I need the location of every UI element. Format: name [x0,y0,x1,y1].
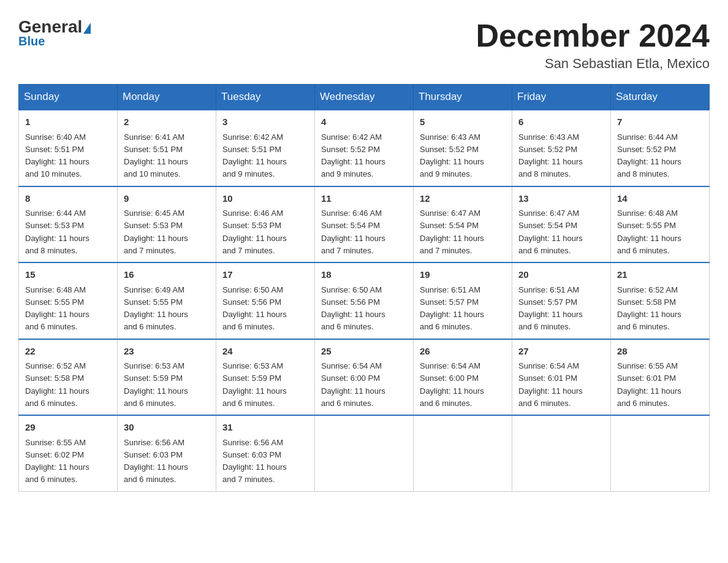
day-number: 4 [321,115,407,129]
day-number: 20 [518,268,604,282]
calendar-week-row: 8 Sunrise: 6:44 AMSunset: 5:53 PMDayligh… [19,186,710,263]
day-number: 6 [518,115,604,129]
day-info: Sunrise: 6:50 AMSunset: 5:56 PMDaylight:… [222,285,287,332]
day-info: Sunrise: 6:50 AMSunset: 5:56 PMDaylight:… [321,285,385,332]
day-number: 10 [222,192,308,206]
month-title: December 2024 [476,18,710,53]
calendar-cell: 4 Sunrise: 6:42 AMSunset: 5:52 PMDayligh… [315,110,414,186]
day-number: 22 [25,345,111,359]
calendar-header: SundayMondayTuesdayWednesdayThursdayFrid… [19,85,710,110]
calendar-cell [315,415,414,491]
day-info: Sunrise: 6:52 AMSunset: 5:58 PMDaylight:… [617,285,681,332]
weekday-header-sunday: Sunday [19,85,118,110]
day-number: 25 [321,345,407,359]
day-number: 28 [617,345,703,359]
day-number: 26 [420,345,506,359]
calendar-cell: 14 Sunrise: 6:48 AMSunset: 5:55 PMDaylig… [611,186,710,263]
calendar-cell: 10 Sunrise: 6:46 AMSunset: 5:53 PMDaylig… [216,186,315,263]
day-number: 29 [25,421,111,435]
day-info: Sunrise: 6:47 AMSunset: 5:54 PMDaylight:… [518,209,583,255]
day-info: Sunrise: 6:53 AMSunset: 5:59 PMDaylight:… [222,361,287,408]
day-number: 14 [617,192,703,206]
calendar-week-row: 29 Sunrise: 6:55 AMSunset: 6:02 PMDaylig… [19,415,710,491]
day-info: Sunrise: 6:40 AMSunset: 5:51 PMDaylight:… [25,132,89,179]
day-number: 16 [124,268,210,282]
calendar-cell: 29 Sunrise: 6:55 AMSunset: 6:02 PMDaylig… [19,415,118,491]
calendar-cell: 31 Sunrise: 6:56 AMSunset: 6:03 PMDaylig… [216,415,315,491]
weekday-header-tuesday: Tuesday [216,85,315,110]
logo-triangle-icon [83,23,91,34]
calendar-week-row: 22 Sunrise: 6:52 AMSunset: 5:58 PMDaylig… [19,339,710,416]
page-header: General Blue December 2024 San Sebastian… [18,18,710,72]
calendar-cell: 19 Sunrise: 6:51 AMSunset: 5:57 PMDaylig… [414,262,512,339]
calendar-cell: 30 Sunrise: 6:56 AMSunset: 6:03 PMDaylig… [118,415,216,491]
day-number: 31 [222,421,308,435]
day-number: 21 [617,268,703,282]
logo: General Blue [18,18,91,48]
day-number: 2 [124,115,210,129]
weekday-header-monday: Monday [118,85,216,110]
calendar-cell [512,415,611,491]
logo-main: General [18,18,91,36]
calendar-cell: 2 Sunrise: 6:41 AMSunset: 5:51 PMDayligh… [118,110,216,186]
day-number: 23 [124,345,210,359]
calendar-cell: 17 Sunrise: 6:50 AMSunset: 5:56 PMDaylig… [216,262,315,339]
calendar-cell: 25 Sunrise: 6:54 AMSunset: 6:00 PMDaylig… [315,339,414,416]
day-info: Sunrise: 6:51 AMSunset: 5:57 PMDaylight:… [518,285,583,332]
day-number: 1 [25,115,111,129]
calendar-cell: 9 Sunrise: 6:45 AMSunset: 5:53 PMDayligh… [118,186,216,263]
day-info: Sunrise: 6:49 AMSunset: 5:55 PMDaylight:… [124,285,188,332]
day-info: Sunrise: 6:53 AMSunset: 5:59 PMDaylight:… [124,361,188,408]
weekday-header-friday: Friday [512,85,611,110]
day-info: Sunrise: 6:44 AMSunset: 5:53 PMDaylight:… [25,209,89,255]
day-number: 18 [321,268,407,282]
calendar-cell: 16 Sunrise: 6:49 AMSunset: 5:55 PMDaylig… [118,262,216,339]
day-info: Sunrise: 6:56 AMSunset: 6:03 PMDaylight:… [124,438,188,484]
calendar-table: SundayMondayTuesdayWednesdayThursdayFrid… [18,84,710,492]
day-info: Sunrise: 6:41 AMSunset: 5:51 PMDaylight:… [124,132,188,179]
day-info: Sunrise: 6:43 AMSunset: 5:52 PMDaylight:… [420,132,484,179]
day-info: Sunrise: 6:42 AMSunset: 5:52 PMDaylight:… [321,132,385,179]
calendar-cell: 15 Sunrise: 6:48 AMSunset: 5:55 PMDaylig… [19,262,118,339]
day-info: Sunrise: 6:44 AMSunset: 5:52 PMDaylight:… [617,132,681,179]
day-info: Sunrise: 6:54 AMSunset: 6:00 PMDaylight:… [420,361,484,408]
calendar-cell: 20 Sunrise: 6:51 AMSunset: 5:57 PMDaylig… [512,262,611,339]
calendar-cell: 1 Sunrise: 6:40 AMSunset: 5:51 PMDayligh… [19,110,118,186]
day-number: 17 [222,268,308,282]
day-number: 3 [222,115,308,129]
calendar-cell: 6 Sunrise: 6:43 AMSunset: 5:52 PMDayligh… [512,110,611,186]
calendar-cell: 5 Sunrise: 6:43 AMSunset: 5:52 PMDayligh… [414,110,512,186]
day-number: 9 [124,192,210,206]
day-number: 11 [321,192,407,206]
calendar-cell: 26 Sunrise: 6:54 AMSunset: 6:00 PMDaylig… [414,339,512,416]
calendar-cell: 24 Sunrise: 6:53 AMSunset: 5:59 PMDaylig… [216,339,315,416]
calendar-cell: 22 Sunrise: 6:52 AMSunset: 5:58 PMDaylig… [19,339,118,416]
weekday-header-saturday: Saturday [611,85,710,110]
calendar-week-row: 1 Sunrise: 6:40 AMSunset: 5:51 PMDayligh… [19,110,710,186]
day-number: 15 [25,268,111,282]
weekday-header-row: SundayMondayTuesdayWednesdayThursdayFrid… [19,85,710,110]
calendar-week-row: 15 Sunrise: 6:48 AMSunset: 5:55 PMDaylig… [19,262,710,339]
day-number: 13 [518,192,604,206]
day-number: 12 [420,192,506,206]
day-info: Sunrise: 6:42 AMSunset: 5:51 PMDaylight:… [222,132,287,179]
calendar-cell: 8 Sunrise: 6:44 AMSunset: 5:53 PMDayligh… [19,186,118,263]
calendar-body: 1 Sunrise: 6:40 AMSunset: 5:51 PMDayligh… [19,110,710,491]
calendar-cell: 3 Sunrise: 6:42 AMSunset: 5:51 PMDayligh… [216,110,315,186]
day-info: Sunrise: 6:46 AMSunset: 5:53 PMDaylight:… [222,209,287,255]
calendar-cell: 7 Sunrise: 6:44 AMSunset: 5:52 PMDayligh… [611,110,710,186]
calendar-cell: 12 Sunrise: 6:47 AMSunset: 5:54 PMDaylig… [414,186,512,263]
calendar-cell [611,415,710,491]
day-info: Sunrise: 6:52 AMSunset: 5:58 PMDaylight:… [25,361,89,408]
day-info: Sunrise: 6:55 AMSunset: 6:01 PMDaylight:… [617,361,681,408]
day-info: Sunrise: 6:48 AMSunset: 5:55 PMDaylight:… [617,209,681,255]
day-number: 24 [222,345,308,359]
calendar-cell: 11 Sunrise: 6:46 AMSunset: 5:54 PMDaylig… [315,186,414,263]
day-number: 19 [420,268,506,282]
weekday-header-wednesday: Wednesday [315,85,414,110]
day-number: 5 [420,115,506,129]
weekday-header-thursday: Thursday [414,85,512,110]
day-number: 30 [124,421,210,435]
day-info: Sunrise: 6:43 AMSunset: 5:52 PMDaylight:… [518,132,583,179]
day-info: Sunrise: 6:46 AMSunset: 5:54 PMDaylight:… [321,209,385,255]
